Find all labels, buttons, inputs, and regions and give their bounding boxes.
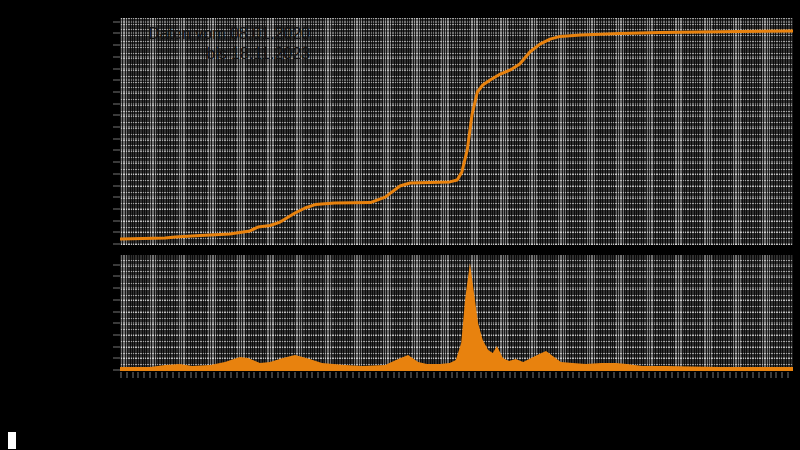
chart-figure: Daten vom 08.01.2020 bis 18.11.2023	[0, 0, 800, 450]
chart-title: Daten vom 08.01.2020 bis 18.11.2023	[128, 24, 310, 64]
daily-panel	[120, 255, 793, 371]
daily-area-shape	[120, 263, 793, 371]
cumulative-panel: Daten vom 08.01.2020 bis 18.11.2023	[120, 18, 793, 245]
daily-area-plot	[120, 255, 793, 371]
x-axis-ticks	[120, 372, 793, 378]
y-axis-ticks-lower	[113, 255, 120, 371]
chart-title-line2: bis 18.11.2023	[128, 44, 310, 64]
chart-title-line1: Daten vom 08.01.2020	[128, 24, 310, 44]
text-cursor	[8, 432, 16, 449]
y-axis-ticks-upper	[113, 18, 120, 245]
